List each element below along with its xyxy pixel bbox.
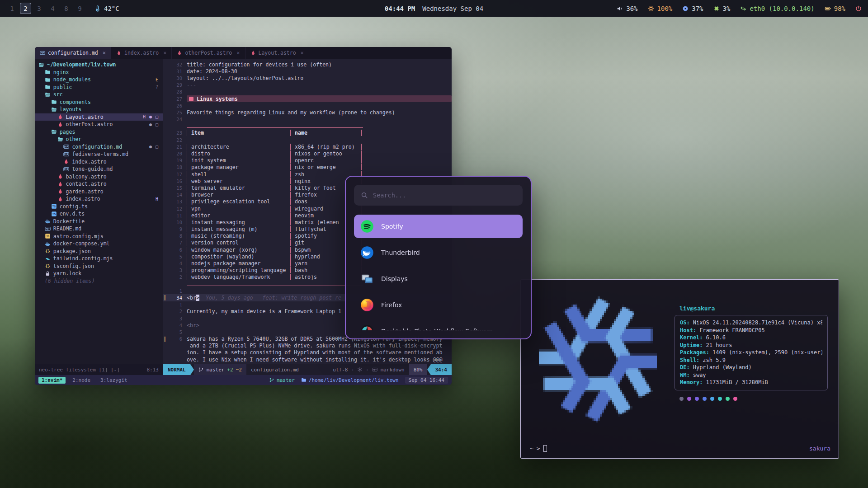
table-header-name: name bbox=[290, 130, 362, 136]
tree-item[interactable]: fediverse-terms.md bbox=[35, 150, 163, 158]
tree-item[interactable]: node_modules E bbox=[35, 76, 163, 84]
tree-item[interactable]: components bbox=[35, 99, 163, 106]
battery-module[interactable]: 98% bbox=[825, 5, 845, 12]
editor-tab[interactable]: otherPost.astro × bbox=[172, 47, 245, 59]
power-button[interactable] bbox=[855, 5, 862, 12]
launcher-search[interactable] bbox=[354, 185, 523, 206]
tree-item[interactable]: env.d.ts bbox=[35, 210, 163, 218]
network-module[interactable]: eth0 (10.0.0.140) bbox=[740, 5, 814, 12]
tree-item[interactable]: contact.astro bbox=[35, 180, 163, 188]
editor-line[interactable]: 24 bbox=[163, 116, 452, 123]
tree-item[interactable]: src bbox=[35, 91, 163, 99]
tree-item[interactable]: ~/Development/liv.town bbox=[35, 61, 163, 69]
workspace-button[interactable]: 8 bbox=[61, 3, 72, 14]
tree-item[interactable]: README.md bbox=[35, 225, 163, 233]
editor-tab[interactable]: index.astro × bbox=[111, 47, 172, 59]
tree-item[interactable]: garden.astro bbox=[35, 188, 163, 196]
app-icon bbox=[360, 246, 374, 259]
tree-item[interactable]: public ? bbox=[35, 84, 163, 91]
editor-line[interactable]: 32 title: configuration for devices i us… bbox=[163, 61, 452, 68]
shell-prompt[interactable]: ~ > bbox=[530, 445, 547, 452]
fetch-row: Memory: 11731MiB / 31280MiB bbox=[680, 379, 822, 386]
tree-item[interactable]: docker-compose.yml bbox=[35, 240, 163, 248]
tree-item[interactable]: balcony.astro bbox=[35, 173, 163, 181]
markdown-heading: Linux systems bbox=[187, 95, 452, 102]
line-number: 25 bbox=[169, 110, 187, 115]
workspace-button[interactable]: 4 bbox=[47, 3, 58, 14]
workspace-button[interactable]: 1 bbox=[6, 3, 18, 14]
close-tab-icon[interactable]: × bbox=[103, 50, 106, 56]
table-row[interactable]: 20 distro nixos or gentoo bbox=[163, 150, 452, 157]
tree-item[interactable]: tsconfig.json bbox=[35, 263, 163, 270]
tree-item[interactable]: nginx bbox=[35, 69, 163, 76]
tmux-window[interactable]: 3:lazygit bbox=[97, 377, 131, 384]
tree-item[interactable]: otherPost.astro ● □ bbox=[35, 121, 163, 128]
table-header-row[interactable]: 23 item name bbox=[163, 130, 452, 136]
fetch-value: 6.10.6 bbox=[706, 334, 726, 342]
fastfetch-terminal[interactable]: liv@sakura OS: NixOS 24.11.20240828.71e9… bbox=[520, 279, 839, 459]
clock-module[interactable]: 04:44 PM Wednesday Sep 04 bbox=[385, 5, 483, 12]
file-icon bbox=[51, 99, 57, 105]
disk-module[interactable]: 37% bbox=[682, 5, 703, 12]
tree-item[interactable]: other bbox=[35, 136, 163, 143]
tree-item[interactable]: yarn.lock bbox=[35, 270, 163, 277]
editor-tab[interactable]: configuration.md × bbox=[35, 47, 111, 59]
tmux-window[interactable]: 2:node bbox=[69, 377, 94, 384]
table-row[interactable]: 19 init system openrc bbox=[163, 157, 452, 164]
workspace-button[interactable]: 3 bbox=[33, 3, 45, 14]
tree-item[interactable]: (6 hidden items) bbox=[35, 277, 163, 285]
file-name: otherPost.astro bbox=[66, 121, 113, 127]
disk-icon bbox=[682, 5, 689, 12]
line-number: 16 bbox=[169, 178, 187, 184]
close-tab-icon[interactable]: × bbox=[301, 50, 304, 56]
close-tab-icon[interactable]: × bbox=[163, 50, 166, 56]
launcher-app-item[interactable]: Displays bbox=[354, 267, 523, 291]
launcher-app-item[interactable]: Thunderbird bbox=[354, 241, 523, 264]
cpu-module[interactable]: 3% bbox=[713, 5, 731, 12]
table-cell-item: instant messaging bbox=[187, 219, 290, 225]
tree-item[interactable]: Layout.astro H ● □ bbox=[35, 113, 163, 121]
workspace-button[interactable]: 9 bbox=[74, 3, 85, 14]
close-tab-icon[interactable]: × bbox=[236, 50, 240, 56]
tree-item[interactable]: index.astro bbox=[35, 158, 163, 166]
tree-item[interactable]: package.json bbox=[35, 248, 163, 255]
editor-line[interactable]: 28 bbox=[163, 89, 452, 95]
table-row[interactable]: 21 architecture x86_64 (rip m2 pro) bbox=[163, 143, 452, 150]
search-input[interactable] bbox=[373, 192, 516, 199]
editor-line[interactable]: 30 layout: ../../layouts/otherPost.astro bbox=[163, 75, 452, 81]
editor-line[interactable]: 29 --- bbox=[163, 82, 452, 89]
tree-item[interactable]: index.astro H bbox=[35, 195, 163, 203]
tree-item[interactable]: pages bbox=[35, 128, 163, 136]
tree-item[interactable]: astro.config.mjs bbox=[35, 233, 163, 240]
tree-item[interactable]: layouts bbox=[35, 106, 163, 113]
tree-item[interactable]: config.ts bbox=[35, 203, 163, 211]
tree-item[interactable]: Dockerfile bbox=[35, 218, 163, 225]
tree-item[interactable]: tone-guide.md bbox=[35, 165, 163, 173]
editor-line[interactable]: and a 2TB (Crucial P5 Plus) NVMe drive. … bbox=[163, 343, 452, 349]
launcher-app-item[interactable]: Firefox bbox=[354, 293, 523, 317]
workspace-button[interactable]: 2 bbox=[20, 3, 31, 14]
palette-dot bbox=[726, 397, 730, 401]
volume-module[interactable]: 36% bbox=[617, 5, 637, 12]
launcher-app-item[interactable]: Darktable Photo Workflow Software bbox=[354, 319, 523, 330]
tree-item[interactable]: tailwind.config.mjs bbox=[35, 255, 163, 263]
editor-line[interactable]: 31 date: 2024-08-30 bbox=[163, 68, 452, 75]
app-label: Spotify bbox=[381, 223, 403, 230]
fetch-label: Uptime: bbox=[680, 342, 703, 349]
editor-line[interactable]: 26 bbox=[163, 102, 452, 109]
line-number: 5 bbox=[169, 329, 187, 335]
file-name: tone-guide.md bbox=[72, 166, 113, 172]
tree-item[interactable]: configuration.md ● □ bbox=[35, 143, 163, 151]
launcher-app-item[interactable]: Spotify bbox=[354, 215, 523, 238]
editor-tab[interactable]: Layout.astro × bbox=[245, 47, 309, 59]
git-status-marks: ● □ bbox=[149, 144, 159, 149]
table-row[interactable]: 18 package manager nix or emerge bbox=[163, 164, 452, 171]
temperature-module[interactable]: 42°C bbox=[94, 5, 119, 12]
editor-line[interactable]: ion. I have a setup consisting of Hyprla… bbox=[163, 349, 452, 356]
tmux-window[interactable]: 1:nvim* bbox=[38, 377, 66, 384]
editor-line[interactable]: ove. I use Nix when I need software with… bbox=[163, 356, 452, 363]
line-number: 31 bbox=[169, 69, 187, 74]
editor-line[interactable]: 25 Favorite things regarding Linux and m… bbox=[163, 109, 452, 116]
editor-line-heading[interactable]: 27 Linux systems bbox=[163, 95, 452, 102]
brightness-module[interactable]: 100% bbox=[648, 5, 673, 12]
